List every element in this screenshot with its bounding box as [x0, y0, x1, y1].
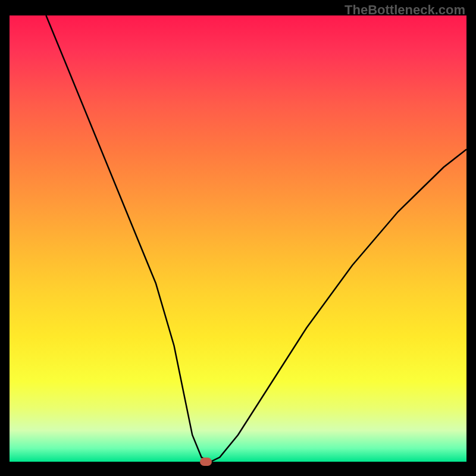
- watermark-text: TheBottleneck.com: [345, 2, 465, 18]
- bottleneck-curve: [46, 15, 466, 462]
- plot-area: [10, 15, 466, 462]
- minimum-marker: [200, 458, 212, 466]
- curve-svg: [10, 15, 466, 462]
